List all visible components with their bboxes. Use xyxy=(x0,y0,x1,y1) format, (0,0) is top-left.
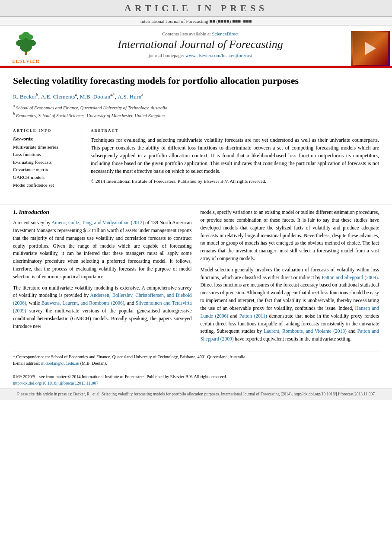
intro-para-1: A recent survey by Amenc, Goltz, Tang, a… xyxy=(13,219,192,281)
article-info-title: ARTICLE INFO xyxy=(13,128,77,133)
author-doolan[interactable]: M.B. Doolan xyxy=(80,93,110,99)
affiliations: a School of Economics and Finance, Queen… xyxy=(13,103,379,119)
journal-name: International Journal of Forecasting xyxy=(56,38,344,51)
paper-title: Selecting volatility forecasting models … xyxy=(13,75,379,87)
journal-ref-text: International Journal of Forecasting ■■ … xyxy=(140,19,252,24)
keyword-4: Covariance matrix xyxy=(13,166,77,174)
elsevier-logo: ELSEVIER xyxy=(0,29,52,66)
doi-link[interactable]: http://dx.doi.org/10.1016/j.ijforecast.2… xyxy=(13,381,99,385)
journal-homepage: journal homepage: www.elsevier.com/locat… xyxy=(56,53,344,58)
keywords-title: Keywords: xyxy=(13,136,77,141)
keyword-1: Multivariate time series xyxy=(13,143,77,151)
banner-text: ARTICLE IN PRESS xyxy=(124,3,268,13)
keywords-list: Multivariate time series Loss functions … xyxy=(13,143,77,189)
ref-patton[interactable]: Patton (2011) xyxy=(239,313,267,318)
article-in-press-banner: ARTICLE IN PRESS xyxy=(0,0,392,17)
right-column: models, specify variations to an existin… xyxy=(201,209,379,347)
author-hurn[interactable]: A.S. Hurn xyxy=(118,93,141,99)
footer-notes: 0169-2070/$ – see front matter © 2014 In… xyxy=(13,371,379,386)
journal-thumbnail xyxy=(351,31,390,66)
authors-line: R. Beckerb, A.E. Clementsa, M.B. Doolana… xyxy=(13,92,379,100)
copyright-text: © 2014 International Institute of Foreca… xyxy=(91,178,379,184)
right-para-2: Model selection generally involves the e… xyxy=(201,266,379,343)
journal-title-area: Contents lists available at ScienceDirec… xyxy=(52,29,349,66)
author-becker[interactable]: R. Becker xyxy=(13,93,36,99)
intro-para-2: The literature on multivariate volatilit… xyxy=(13,284,192,331)
ref-hansen[interactable]: Hansen and Lunde (2006) xyxy=(201,306,379,318)
ref-patton-sheppard[interactable]: Patton and Sheppard (2009) xyxy=(322,275,378,280)
author-clements[interactable]: A.E. Clements xyxy=(41,93,75,99)
abstract-panel: ABSTRACT Techniques for evaluating and s… xyxy=(91,126,379,189)
sciencedirect-link[interactable]: ScienceDirect xyxy=(212,31,239,36)
sciencedirect-prefix: Contents lists available at xyxy=(162,31,212,36)
main-content: Selecting volatility forecasting models … xyxy=(0,68,392,200)
email-attribution: (M.B. Doolan). xyxy=(79,361,107,366)
cite-bar: Please cite this article in press as: Be… xyxy=(0,389,392,400)
affiliation-b: b Economics, School of Social Sciences, … xyxy=(13,111,379,119)
right-para-1: models, specify variations to an existin… xyxy=(201,209,379,263)
ref-laurent[interactable]: Laurent, Rombouts, and Violante (2013) xyxy=(264,328,347,334)
affiliation-b-text: Economics, School of Social Sciences, Un… xyxy=(16,113,165,118)
email-label: E-mail address: xyxy=(13,361,41,366)
elsevier-tree-icon xyxy=(11,31,41,57)
article-info-abstract: ARTICLE INFO Keywords: Multivariate time… xyxy=(13,126,379,189)
keyword-5: GARCH models xyxy=(13,174,77,182)
affiliation-a-text: School of Economics and Finance, Queensl… xyxy=(16,105,167,110)
section1-number: 1. xyxy=(13,209,19,215)
homepage-prefix: journal homepage: xyxy=(149,53,185,58)
author-email[interactable]: m.doolan@qut.edu.au xyxy=(41,361,79,366)
abstract-text: Techniques for evaluating and selecting … xyxy=(91,136,379,175)
ref-amenc[interactable]: Amenc, Goltz, Tang, and Vaidyanathan (20… xyxy=(51,220,144,225)
two-column-body: 1. Introduction A recent survey by Amenc… xyxy=(0,209,392,347)
content-divider xyxy=(0,204,392,204)
keyword-3: Evaluating forecasts xyxy=(13,159,77,166)
affiliation-a: a School of Economics and Finance, Queen… xyxy=(13,103,379,111)
ref-bauwens[interactable]: Bauwens, Laurent, and Rombouts (2006) xyxy=(41,300,124,306)
keyword-2: Loss functions xyxy=(13,151,77,159)
svg-point-7 xyxy=(22,32,30,38)
journal-header: ELSEVIER Contents lists available at Sci… xyxy=(0,25,392,67)
issn-text: 0169-2070/$ – see front matter © 2014 In… xyxy=(13,373,379,386)
journal-thumb-inner xyxy=(353,32,388,65)
section1-heading: 1. Introduction xyxy=(13,209,192,216)
homepage-url[interactable]: www.elsevier.com/locate/ijforecast xyxy=(185,53,252,58)
journal-reference-bar: International Journal of Forecasting ■■ … xyxy=(0,17,392,25)
indicates-that-span: indicates that xyxy=(234,160,261,166)
sciencedirect-label: Contents lists available at ScienceDirec… xyxy=(56,31,344,36)
left-column: 1. Introduction A recent survey by Amenc… xyxy=(13,209,192,347)
play-icon xyxy=(365,42,376,55)
elsevier-brand: ELSEVIER xyxy=(12,58,40,64)
footnote-area: * Correspondence to: School of Economics… xyxy=(13,351,379,366)
keyword-6: Model confidence set xyxy=(13,182,77,189)
cite-text: Please cite this article in press as: Be… xyxy=(17,392,375,396)
footnote-star: * Correspondence to: School of Economics… xyxy=(13,353,379,366)
article-info-panel: ARTICLE INFO Keywords: Multivariate time… xyxy=(13,126,82,189)
abstract-title: ABSTRACT xyxy=(91,128,379,133)
